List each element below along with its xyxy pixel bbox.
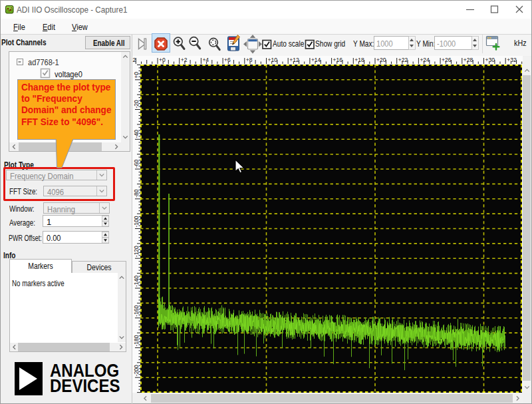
svg-text:+8: +8 <box>246 57 253 63</box>
svg-text:+18: +18 <box>354 57 364 63</box>
svg-text:-160: -160 <box>133 305 140 316</box>
svg-text:+6: +6 <box>224 57 231 63</box>
svg-text:+22: +22 <box>398 57 408 63</box>
svg-text:+24: +24 <box>420 57 430 63</box>
svg-text:-200: -200 <box>133 365 140 376</box>
svg-text:+28: +28 <box>464 57 473 63</box>
svg-text:+0: +0 <box>133 72 140 79</box>
svg-text:-180: -180 <box>133 335 140 346</box>
svg-text:2: 2 <box>133 57 136 63</box>
svg-text:+26: +26 <box>442 57 452 63</box>
svg-text:+16: +16 <box>333 57 343 63</box>
svg-text:+4: +4 <box>202 57 209 63</box>
svg-text:-40: -40 <box>133 130 140 138</box>
svg-text:+14: +14 <box>311 57 321 63</box>
svg-text:+10: +10 <box>268 57 278 63</box>
svg-text:-20: -20 <box>133 100 140 108</box>
svg-text:+2: +2 <box>181 57 188 63</box>
svg-text:-120: -120 <box>133 246 140 257</box>
svg-text:-80: -80 <box>133 189 140 198</box>
svg-text:+32: +32 <box>507 57 517 63</box>
svg-text:+20: +20 <box>376 57 386 63</box>
svg-text:+12: +12 <box>289 57 299 63</box>
svg-text:-140: -140 <box>133 276 140 287</box>
svg-text:-100: -100 <box>133 216 140 227</box>
svg-text:+0: +0 <box>159 57 166 63</box>
svg-text:+30: +30 <box>485 57 495 63</box>
svg-text:-60: -60 <box>133 159 140 168</box>
